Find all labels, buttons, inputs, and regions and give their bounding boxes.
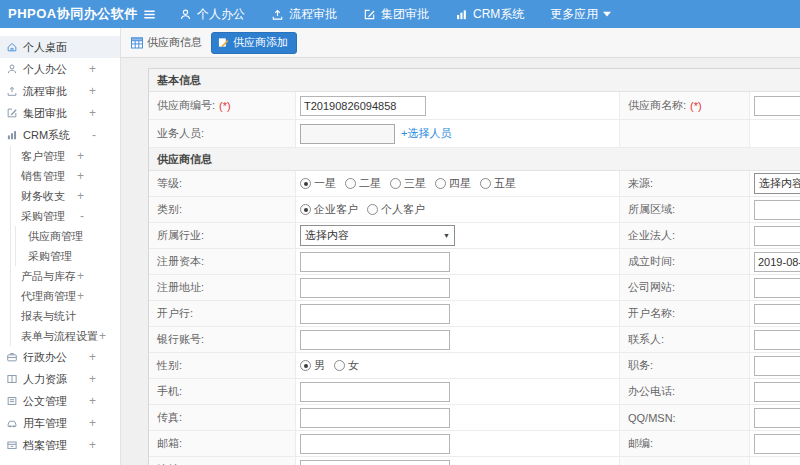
field-label: 供应商编号:(*) xyxy=(149,92,296,119)
office-phone-input[interactable] xyxy=(754,382,800,402)
field-label: 类别: xyxy=(149,197,296,222)
legal-person-input[interactable] xyxy=(754,226,800,246)
radio-level-2[interactable]: 二星 xyxy=(345,176,381,191)
radio-level-3[interactable]: 三星 xyxy=(390,176,426,191)
upload-icon xyxy=(271,8,284,21)
sidebar-item-finance[interactable]: 财务收支 + xyxy=(11,186,120,206)
expand-icon[interactable]: + xyxy=(89,439,96,451)
sidebar-item-vehicle-mgmt[interactable]: 用车管理 + xyxy=(0,412,120,434)
source-select[interactable]: 选择内容▼ xyxy=(754,173,800,194)
nav-crm-system[interactable]: CRM系统 xyxy=(455,6,524,23)
radio-level-5[interactable]: 五星 xyxy=(480,176,516,191)
form-row-capital: 注册资本: 成立时间: xyxy=(149,249,800,275)
registered-address-input[interactable] xyxy=(300,278,450,298)
founded-date-input[interactable] xyxy=(754,252,800,272)
sidebar-item-agent-mgmt[interactable]: 代理商管理 + xyxy=(11,286,120,306)
sidebar-item-label: CRM系统 xyxy=(23,128,70,143)
expand-icon[interactable]: + xyxy=(89,395,96,407)
form-row-level: 等级: 一星 二星 三星 四星 五星 来源: 选择内容▼ xyxy=(149,171,800,197)
choose-staff-link[interactable]: +选择人员 xyxy=(401,126,451,141)
expand-icon[interactable]: + xyxy=(89,373,96,385)
account-name-input[interactable] xyxy=(754,304,800,324)
tab-supplier-add[interactable]: 供应商添加 xyxy=(211,32,297,54)
expand-icon[interactable]: + xyxy=(77,270,84,282)
sidebar-item-crm[interactable]: CRM系统 - xyxy=(0,124,120,146)
staff-input[interactable] xyxy=(300,124,395,144)
expand-icon[interactable]: + xyxy=(77,190,84,202)
nav-label: 流程审批 xyxy=(289,6,337,23)
nav-group-approval[interactable]: 集团审批 xyxy=(363,6,429,23)
supplier-code-input[interactable] xyxy=(300,96,426,116)
empty-cell xyxy=(620,457,750,465)
radio-level-1[interactable]: 一星 xyxy=(300,176,336,191)
sidebar-item-archives[interactable]: 档案管理 + xyxy=(0,434,120,456)
expand-icon[interactable]: + xyxy=(77,170,84,182)
sidebar-item-products-inventory[interactable]: 产品与库存 + xyxy=(11,266,120,286)
sidebar-item-desktop[interactable]: 个人桌面 xyxy=(0,36,120,58)
region-input[interactable] xyxy=(754,200,800,220)
zip-input[interactable] xyxy=(754,434,800,454)
supplier-add-form: 基本信息 供应商编号:(*) 供应商名称:(*) xyxy=(148,68,800,465)
book-icon xyxy=(6,373,18,385)
bank-input[interactable] xyxy=(300,304,450,324)
expand-icon[interactable]: + xyxy=(89,63,96,75)
expand-icon[interactable]: + xyxy=(89,85,96,97)
sidebar-item-reports[interactable]: 报表与统计 xyxy=(11,306,120,326)
nav-workflow-approval[interactable]: 流程审批 xyxy=(271,6,337,23)
nav-label: 更多应用 xyxy=(550,6,598,23)
nav-personal-office[interactable]: 个人办公 xyxy=(179,6,245,23)
expand-icon[interactable]: + xyxy=(89,107,96,119)
sidebar-item-label: 采购管理 xyxy=(28,249,72,264)
section-title: 供应商信息 xyxy=(157,152,212,167)
website-input[interactable] xyxy=(754,278,800,298)
radio-gender-female[interactable]: 女 xyxy=(334,358,359,373)
radio-category-company[interactable]: 企业客户 xyxy=(300,202,358,217)
sidebar-item-hr[interactable]: 人力资源 + xyxy=(0,368,120,390)
pencil-page-icon xyxy=(218,37,229,48)
form-row-bank: 开户行: 开户名称: xyxy=(149,301,800,327)
mobile-input[interactable] xyxy=(300,382,450,402)
expand-icon[interactable]: + xyxy=(77,290,84,302)
address-input[interactable] xyxy=(300,460,450,465)
form-row-supplier-code: 供应商编号:(*) 供应商名称:(*) xyxy=(149,92,800,120)
sidebar-item-purchasing[interactable]: 采购管理 xyxy=(16,246,120,266)
sidebar-item-label: 公文管理 xyxy=(23,394,67,409)
section-header-basic: 基本信息 xyxy=(149,69,800,92)
nav-label: 个人办公 xyxy=(197,6,245,23)
sidebar-item-workflow-approval[interactable]: 流程审批 + xyxy=(0,80,120,102)
fax-input[interactable] xyxy=(300,408,450,428)
expand-icon[interactable]: + xyxy=(99,330,106,342)
radio-category-personal[interactable]: 个人客户 xyxy=(367,202,425,217)
sidebar-item-form-flow-settings[interactable]: 表单与流程设置 + xyxy=(11,326,120,346)
hamburger-icon xyxy=(142,7,157,22)
tab-supplier-info[interactable]: 供应商信息 xyxy=(131,35,202,50)
position-input[interactable] xyxy=(754,356,800,376)
expand-icon[interactable]: + xyxy=(89,417,96,429)
contact-input[interactable] xyxy=(754,330,800,350)
content-area: 基本信息 供应商编号:(*) 供应商名称:(*) xyxy=(121,58,800,465)
sidebar-item-sales-mgmt[interactable]: 销售管理 + xyxy=(11,166,120,186)
sidebar-item-personal-office[interactable]: 个人办公 + xyxy=(0,58,120,80)
bank-account-input[interactable] xyxy=(300,330,450,350)
radio-level-4[interactable]: 四星 xyxy=(435,176,471,191)
collapse-icon[interactable]: - xyxy=(80,210,84,222)
sidebar-item-documents[interactable]: 公文管理 + xyxy=(0,390,120,412)
registered-capital-input[interactable] xyxy=(300,252,450,272)
sidebar-item-administration[interactable]: 行政办公 + xyxy=(0,346,120,368)
sidebar-item-supplier-mgmt[interactable]: 供应商管理 xyxy=(16,226,120,246)
qq-msn-input[interactable] xyxy=(754,408,800,428)
sidebar-item-purchase-mgmt[interactable]: 采购管理 - xyxy=(11,206,120,226)
radio-gender-male[interactable]: 男 xyxy=(300,358,325,373)
field-label: 业务人员: xyxy=(149,120,296,147)
email-input[interactable] xyxy=(300,434,450,454)
sidebar-item-label: 流程审批 xyxy=(23,84,67,99)
nav-more-apps[interactable]: 更多应用 xyxy=(550,6,611,23)
expand-icon[interactable]: + xyxy=(89,351,96,363)
sidebar-toggle-button[interactable] xyxy=(142,7,157,22)
supplier-name-input[interactable] xyxy=(754,96,800,116)
collapse-icon[interactable]: - xyxy=(92,129,96,141)
expand-icon[interactable]: + xyxy=(77,150,84,162)
sidebar-item-customer-mgmt[interactable]: 客户管理 + xyxy=(11,146,120,166)
industry-select[interactable]: 选择内容▼ xyxy=(300,225,455,246)
sidebar-item-group-approval[interactable]: 集团审批 + xyxy=(0,102,120,124)
